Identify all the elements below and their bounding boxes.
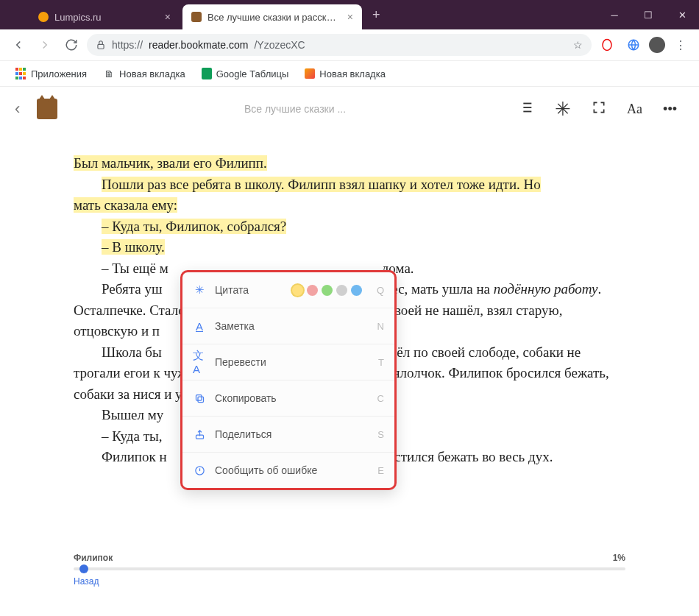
tab-title: Lumpics.ru xyxy=(54,12,159,23)
swatch-red[interactable] xyxy=(307,285,318,296)
image-icon xyxy=(305,68,315,79)
tab-lumpics[interactable]: Lumpics.ru × xyxy=(29,4,180,29)
address-bar: https://reader.bookmate.com/YzozecXC ☆ ⋮ xyxy=(0,29,699,61)
ctx-key: N xyxy=(377,321,384,332)
globe-icon[interactable] xyxy=(622,34,645,56)
profile-avatar[interactable] xyxy=(649,37,665,53)
text: Ребята уш xyxy=(102,281,163,297)
ctx-label: Цитата xyxy=(215,284,283,296)
highlight[interactable]: – В школу. xyxy=(102,239,165,255)
fullscreen-icon[interactable] xyxy=(592,100,606,118)
opera-icon[interactable] xyxy=(596,34,618,56)
minimize-button[interactable]: ─ xyxy=(597,0,631,29)
progress-slider[interactable] xyxy=(74,567,625,570)
swatch-grey[interactable] xyxy=(336,285,347,296)
font-settings-icon[interactable]: Aa xyxy=(627,102,642,117)
url-path: /YzozecXC xyxy=(254,39,305,51)
ctx-label: Скопировать xyxy=(215,392,369,404)
url-host: reader.bookmate.com xyxy=(149,39,248,51)
ctx-report[interactable]: Сообщить об ошибке E xyxy=(182,452,394,488)
svg-rect-10 xyxy=(196,394,202,400)
ctx-note[interactable]: A Заметка N xyxy=(182,308,394,344)
url-input[interactable]: https://reader.bookmate.com/YzozecXC ☆ xyxy=(87,34,592,56)
alert-icon xyxy=(193,465,206,476)
page-icon: 🗎 xyxy=(103,68,115,79)
ctx-key: C xyxy=(377,393,384,404)
kebab-menu[interactable]: ⋮ xyxy=(670,34,692,56)
star-icon[interactable]: ☆ xyxy=(573,39,583,51)
swatch-yellow[interactable] xyxy=(292,285,303,296)
svg-rect-9 xyxy=(198,397,204,403)
ctx-label: Перевести xyxy=(215,356,369,368)
highlight[interactable]: Пошли раз все ребята в школу. Филипп взя… xyxy=(102,177,541,192)
bookmark-newtab-1[interactable]: 🗎 Новая вкладка xyxy=(97,64,191,83)
selection-context-menu: ✳ Цитата Q A Заметка N 文A Перевести T Ск… xyxy=(180,270,397,490)
bookmark-label: Новая вкладка xyxy=(119,68,185,79)
star-icon: ✳ xyxy=(193,283,206,297)
bookmate-logo[interactable] xyxy=(37,99,57,119)
ctx-key: Q xyxy=(377,285,384,296)
reload-button[interactable] xyxy=(60,34,82,56)
highlight[interactable]: – Куда ты, Филипок, собрался? xyxy=(102,219,286,234)
chapter-title: Филипок xyxy=(74,553,113,563)
underline-icon: A xyxy=(193,320,206,333)
ctx-label: Заметка xyxy=(215,320,369,332)
ctx-key: T xyxy=(378,357,384,368)
translate-icon: 文A xyxy=(193,349,206,375)
color-swatches xyxy=(292,285,362,296)
highlight[interactable]: Был мальчик, звали его Филипп. xyxy=(74,155,267,171)
tab-bookmate[interactable]: Все лучшие сказки и рассказы × xyxy=(182,4,362,29)
maximize-button[interactable]: ☐ xyxy=(631,0,665,29)
favicon xyxy=(38,12,49,22)
swatch-green[interactable] xyxy=(322,285,333,296)
close-icon[interactable]: × xyxy=(165,11,171,23)
tab-title: Все лучшие сказки и рассказы xyxy=(207,12,341,23)
svg-point-1 xyxy=(603,40,611,51)
new-tab-button[interactable]: + xyxy=(365,7,388,23)
ctx-translate[interactable]: 文A Перевести T xyxy=(182,344,394,380)
bookmark-newtab-2[interactable]: Новая вкладка xyxy=(299,64,391,83)
ctx-quote[interactable]: ✳ Цитата Q xyxy=(182,272,394,308)
back-link[interactable]: Назад xyxy=(74,576,99,587)
ctx-label: Поделиться xyxy=(215,428,369,440)
close-icon[interactable]: × xyxy=(347,11,353,23)
bookmark-label: Приложения xyxy=(31,68,87,79)
sheets-icon xyxy=(202,68,212,79)
bookmark-label: Google Таблицы xyxy=(216,68,289,79)
bookmark-apps[interactable]: Приложения xyxy=(9,64,93,83)
star-icon[interactable]: ✳ xyxy=(555,98,571,121)
lock-icon xyxy=(96,40,106,50)
more-icon[interactable]: ••• xyxy=(663,102,677,117)
ctx-key: E xyxy=(377,465,384,476)
progress-percent: 1% xyxy=(613,553,625,563)
text: Вышел му xyxy=(102,407,163,422)
reader-back-button[interactable]: ‹ xyxy=(15,99,37,118)
bookmark-sheets[interactable]: Google Таблицы xyxy=(196,64,295,83)
text: пустился бежать во весь дух. xyxy=(380,449,553,464)
reader-title: Все лучшие сказки ... xyxy=(72,103,518,115)
nav-forward-button[interactable] xyxy=(34,34,56,56)
text-italic: подённую работу xyxy=(494,281,598,297)
close-button[interactable]: ✕ xyxy=(665,0,699,29)
toc-icon[interactable] xyxy=(518,99,534,119)
favicon xyxy=(191,12,202,22)
nav-back-button[interactable] xyxy=(7,34,29,56)
highlight[interactable]: мать сказала ему: xyxy=(74,197,177,213)
reader-header: ‹ Все лучшие сказки ... ✳ Aa ••• xyxy=(0,87,699,131)
bookmark-label: Новая вкладка xyxy=(319,68,386,79)
ctx-share[interactable]: Поделиться S xyxy=(182,416,394,452)
slider-handle[interactable] xyxy=(79,564,88,573)
text: Филипок н xyxy=(102,449,167,464)
titlebar: Lumpics.ru × Все лучшие сказки и рассказ… xyxy=(0,0,699,29)
apps-icon xyxy=(15,68,26,79)
ctx-label: Сообщить об ошибке xyxy=(215,464,369,476)
text: Школа бы xyxy=(102,344,162,360)
bookmarks-bar: Приложения 🗎 Новая вкладка Google Таблиц… xyxy=(0,61,699,87)
url-protocol: https:// xyxy=(112,39,143,51)
share-icon xyxy=(193,429,206,440)
text: – Куда ты, xyxy=(102,428,162,444)
swatch-blue[interactable] xyxy=(351,285,362,296)
ctx-key: S xyxy=(377,429,384,440)
ctx-copy[interactable]: Скопировать C xyxy=(182,380,394,416)
svg-rect-0 xyxy=(98,44,104,49)
